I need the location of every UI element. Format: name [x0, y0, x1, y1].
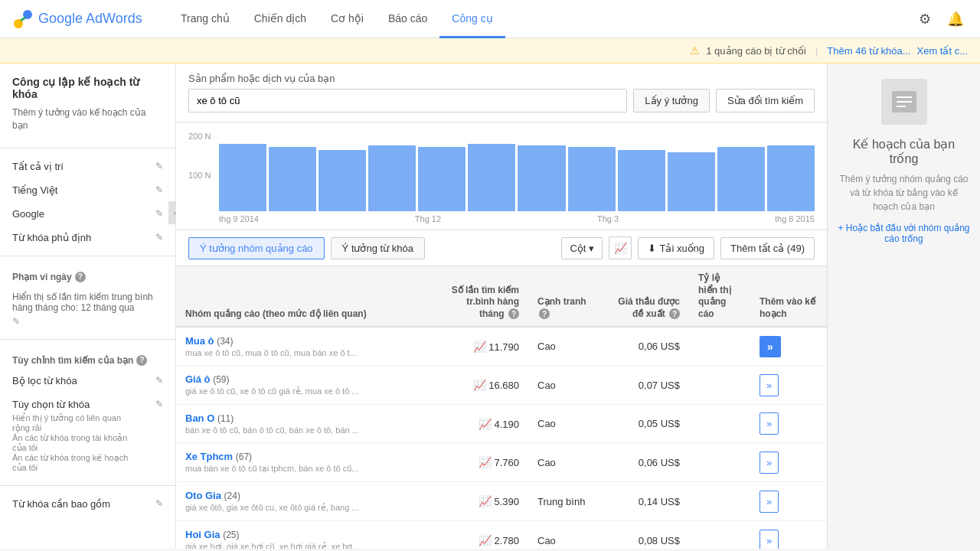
row-name-0[interactable]: Mua ô — [185, 335, 214, 347]
td-impression-5 — [689, 521, 750, 549]
td-competition-2: Cao — [528, 405, 597, 443]
alert-bar: ⚠ 1 quảng cáo bị từ chối | Thêm 46 từ kh… — [0, 38, 980, 64]
add-plan-active-button-0[interactable]: » — [760, 336, 781, 357]
alert-separator: | — [815, 45, 818, 57]
sidebar-item-include-keywords[interactable]: Từ khóa cần bao gồm ✎ — [0, 492, 175, 516]
edit-icon-include: ✎ — [155, 498, 163, 509]
help-icon-customize[interactable]: ? — [136, 355, 147, 366]
download-button[interactable]: ⬇ Tải xuống — [638, 237, 714, 259]
add-plan-button-1[interactable]: » — [760, 374, 779, 396]
search-row: Lấy ý tưởng Sửa đổi tìm kiếm — [188, 89, 815, 112]
alert-link-view-all[interactable]: Xem tất c... — [916, 45, 968, 57]
td-bid-2: 0,05 US$ — [597, 405, 689, 443]
td-name-3: Xe Tphcm (67) mua bán xe ô tô cũ tại tph… — [176, 443, 436, 482]
add-plan-button-3[interactable]: » — [760, 452, 779, 474]
row-count-4: (24) — [224, 491, 240, 501]
content-area: Sản phẩm hoặc dịch vụ của bạn Lấy ý tưởn… — [176, 64, 827, 549]
sidebar-item-network[interactable]: Google ✎ — [0, 202, 175, 226]
row-name-5[interactable]: Hoi Gia — [185, 529, 220, 540]
chart-bar — [668, 152, 715, 211]
help-icon-date[interactable]: ? — [75, 272, 86, 282]
chart-bar — [468, 144, 515, 211]
settings-icon[interactable]: ⚙ — [913, 7, 937, 31]
sidebar-divider-1 — [0, 148, 175, 148]
row-name-1[interactable]: Giá ô — [185, 373, 211, 385]
nav-item-opportunities[interactable]: Cơ hội — [318, 1, 376, 38]
td-name-4: Oto Gia (24) giá xe ôtô, gia xe ôtô cu, … — [176, 482, 436, 521]
td-impression-1 — [689, 366, 750, 405]
alert-link-keywords[interactable]: Thêm 46 từ khóa... — [827, 45, 910, 57]
chart-bar — [318, 150, 366, 211]
add-plan-button-4[interactable]: » — [760, 491, 779, 513]
td-name-0: Mua ô (34) mua xe ô tô cũ, mua ô tô cũ, … — [176, 327, 436, 366]
get-ideas-button[interactable]: Lấy ý tưởng — [633, 89, 710, 112]
sidebar-options-content: Hiển thị ý tưởng có liên quanrộng rãiÂn … — [12, 413, 128, 473]
sidebar-collapse-button[interactable]: « — [168, 201, 176, 224]
tab-keyword-ideas[interactable]: Ý tưởng từ khóa — [331, 237, 425, 259]
row-keywords-5: giá xe hơi, giá xe hơi cũ, xe hơi giá rẻ… — [185, 542, 427, 549]
table-row: Ban O (11) bán xe ô tô cũ, bán ô tô cũ, … — [176, 405, 827, 443]
logo-text: Google AdWords — [38, 11, 142, 27]
chart-bar — [618, 150, 665, 211]
search-input[interactable] — [188, 89, 627, 112]
sidebar-item-negative-keywords[interactable]: Từ khóa phủ định ✎ — [0, 226, 175, 249]
td-competition-1: Cao — [528, 366, 597, 405]
chart-bar — [717, 147, 765, 211]
mini-chart-icon-1[interactable]: 📈 — [473, 379, 486, 391]
sidebar-date-range-item[interactable]: Hiển thị số lần tìm kiếm trung bình hàng… — [0, 285, 175, 333]
toolbar-right: Cột ▾ 📈 ⬇ Tải xuống Thêm tất cả (49) — [561, 236, 815, 259]
nav-right: ⚙ 🔔 — [913, 7, 968, 31]
columns-button[interactable]: Cột ▾ — [561, 237, 603, 259]
row-name-4[interactable]: Oto Gia — [185, 490, 221, 501]
plan-description: Thêm ý tưởng nhóm quảng cáo và từ khóa t… — [837, 172, 971, 214]
td-competition-0: Cao — [528, 327, 597, 366]
sidebar-item-keyword-filter[interactable]: Bộ lọc từ khóa ✎ — [0, 369, 175, 393]
tab-ad-group-ideas[interactable]: Ý tưởng nhóm quảng cáo — [188, 237, 325, 259]
table-toolbar: Ý tưởng nhóm quảng cáo Ý tưởng từ khóa C… — [176, 230, 827, 266]
table-body: Mua ô (34) mua xe ô tô cũ, mua ô tô cũ, … — [176, 327, 827, 549]
td-add-2: » — [750, 405, 827, 443]
table-row: Mua ô (34) mua xe ô tô cũ, mua ô tô cũ, … — [176, 327, 827, 366]
sidebar-subtitle: Thêm ý tưởng vào kế hoạch của bạn — [0, 106, 175, 142]
row-name-3[interactable]: Xe Tphcm — [185, 451, 233, 462]
mini-chart-icon-4[interactable]: 📈 — [479, 495, 492, 507]
td-bid-1: 0,07 US$ — [597, 366, 689, 405]
add-all-button[interactable]: Thêm tất cả (49) — [720, 237, 815, 259]
edit-icon-negative: ✎ — [155, 232, 163, 243]
sidebar-item-language[interactable]: Tiếng Việt ✎ — [0, 178, 175, 202]
notifications-icon[interactable]: 🔔 — [943, 7, 968, 31]
edit-icon-location: ✎ — [155, 161, 163, 171]
help-icon-bid[interactable]: ? — [669, 308, 680, 319]
mini-chart-icon-3[interactable]: 📈 — [479, 456, 492, 468]
add-plan-button-5[interactable]: » — [760, 530, 779, 549]
table-header-row: Nhóm quảng cáo (theo mức độ liên quan) S… — [176, 266, 827, 327]
mini-chart-icon-0[interactable]: 📈 — [473, 341, 486, 353]
search-bar: Sản phẩm hoặc dịch vụ của bạn Lấy ý tưởn… — [176, 64, 827, 122]
add-plan-button-2[interactable]: » — [760, 412, 779, 435]
td-impression-3 — [689, 443, 750, 482]
td-name-2: Ban O (11) bán xe ô tô cũ, bán ô tô cũ, … — [176, 405, 436, 443]
sidebar-item-keyword-options[interactable]: Tùy chọn từ khóa ✎ Hiển thị ý tưởng có l… — [0, 393, 175, 479]
chart-view-icon[interactable]: 📈 — [609, 236, 632, 259]
help-icon-competition[interactable]: ? — [539, 308, 550, 319]
mini-chart-icon-2[interactable]: 📈 — [479, 418, 492, 430]
chart-bar — [518, 145, 565, 211]
td-name-1: Giá ô (59) giá xe ô tô cũ, xe ô tô cũ gi… — [176, 366, 436, 405]
sidebar: Công cụ lập kế hoạch từ khóa Thêm ý tưởn… — [0, 64, 176, 549]
edit-icon-network: ✎ — [155, 208, 163, 219]
row-name-2[interactable]: Ban O — [185, 412, 214, 424]
nav-item-tools[interactable]: Công cụ — [439, 1, 505, 38]
help-icon-search-vol[interactable]: ? — [508, 308, 519, 319]
nav-item-reports[interactable]: Báo cáo — [376, 1, 439, 38]
sidebar-item-location[interactable]: Tất cả vị trí ✎ — [0, 155, 175, 178]
chart-x-label-3: Thg 3 — [597, 214, 619, 223]
chart-bar — [219, 144, 266, 211]
row-keywords-3: mua bán xe ô tô cũ tại tphcm, bán xe ô t… — [185, 464, 427, 474]
chart-x-label-4: thg 8 2015 — [775, 214, 815, 223]
mini-chart-icon-5[interactable]: 📈 — [479, 534, 492, 546]
plan-start-link[interactable]: + Hoặc bắt đầu với nhóm quảng cáo trống — [837, 223, 971, 244]
nav-item-home[interactable]: Trang chủ — [168, 1, 242, 38]
edit-icon-filter: ✎ — [155, 375, 163, 386]
modify-search-button[interactable]: Sửa đổi tìm kiếm — [716, 89, 815, 112]
nav-item-campaigns[interactable]: Chiến dịch — [242, 1, 318, 38]
